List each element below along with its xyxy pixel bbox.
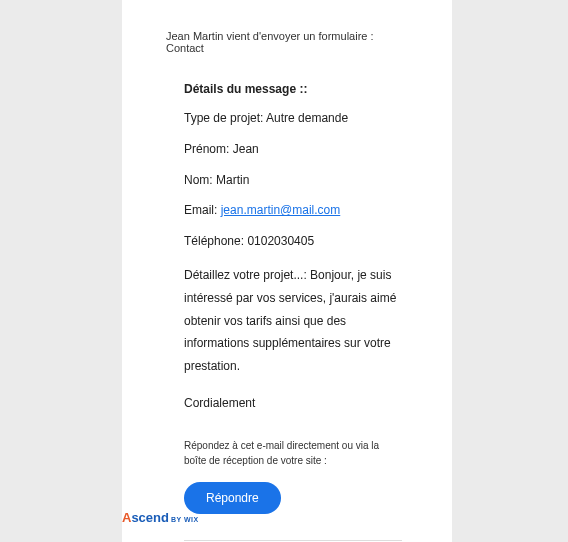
field-phone: Téléphone: 0102030405: [184, 233, 402, 250]
field-project-detail: Détaillez votre projet...: Bonjour, je s…: [184, 264, 402, 378]
brand-letter-a: A: [122, 510, 131, 525]
field-value: 0102030405: [247, 234, 314, 248]
brand-scend: scend: [131, 510, 169, 525]
details-block: Détails du message :: Type de projet: Au…: [162, 82, 412, 541]
signoff: Cordialement: [184, 396, 402, 410]
field-label: Email:: [184, 203, 217, 217]
email-link[interactable]: jean.martin@mail.com: [221, 203, 341, 217]
field-email: Email: jean.martin@mail.com: [184, 202, 402, 219]
email-card: Jean Martin vient d'envoyer un formulair…: [122, 0, 452, 542]
email-subject: Jean Martin vient d'envoyer un formulair…: [162, 30, 412, 54]
field-project-type: Type de projet: Autre demande: [184, 110, 402, 127]
field-value: Jean: [233, 142, 259, 156]
field-lastname: Nom: Martin: [184, 172, 402, 189]
field-label: Prénom:: [184, 142, 229, 156]
field-firstname: Prénom: Jean: [184, 141, 402, 158]
field-label: Type de projet:: [184, 111, 263, 125]
brand-bywix: BY WIX: [171, 516, 199, 523]
field-label: Nom:: [184, 173, 213, 187]
reply-hint: Répondez à cet e-mail directement ou via…: [184, 438, 402, 468]
divider: [184, 540, 402, 541]
field-value: Bonjour, je suis intéressé par vos servi…: [184, 268, 396, 373]
field-value: Martin: [216, 173, 249, 187]
brand-logo: AscendBY WIX: [122, 510, 199, 525]
field-label: Téléphone:: [184, 234, 244, 248]
details-heading: Détails du message ::: [184, 82, 402, 96]
field-value: Autre demande: [266, 111, 348, 125]
field-label: Détaillez votre projet...:: [184, 268, 307, 282]
